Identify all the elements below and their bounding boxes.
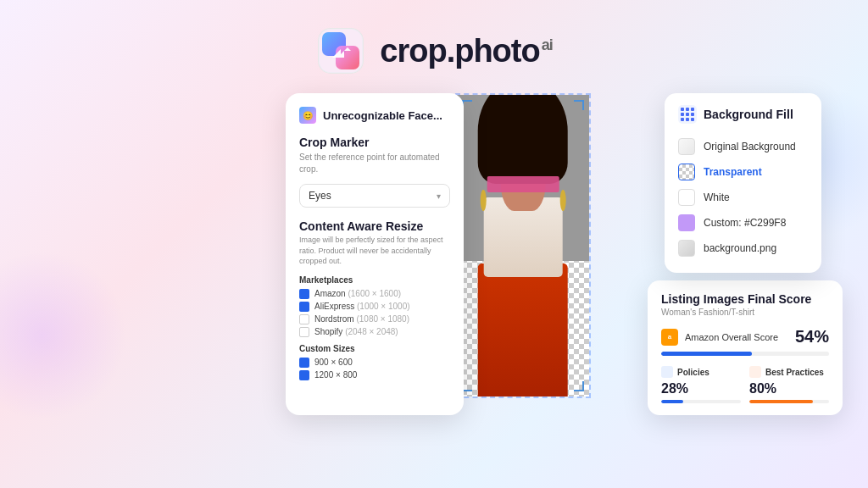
checkbox-shopify[interactable] xyxy=(299,327,309,337)
crop-marker-title: Crop Marker xyxy=(299,136,450,149)
swatch-white xyxy=(678,189,695,206)
list-item[interactable]: 1200 × 800 xyxy=(299,370,450,380)
marketplaces-label: Marketplaces xyxy=(299,275,450,285)
grid-icon xyxy=(678,105,697,124)
amazon-progress-fill xyxy=(661,352,752,356)
swatch-bgpng xyxy=(678,240,695,257)
dropdown-arrow-icon: ▾ xyxy=(437,191,441,201)
photo-container xyxy=(455,93,591,398)
swatch-original xyxy=(678,138,695,155)
amazon-score-row: a Amazon Overall Score 54% xyxy=(661,327,829,347)
policies-progress-fill xyxy=(661,400,683,403)
crop-corner-tr xyxy=(574,100,584,110)
policies-icon xyxy=(661,366,673,378)
policies-value: 28% xyxy=(661,381,741,396)
logo-icon xyxy=(315,25,366,76)
checkbox-nordstrom[interactable] xyxy=(299,314,309,324)
amazon-progress-bg xyxy=(661,352,829,356)
best-practices-progress-fill xyxy=(749,400,813,403)
list-item[interactable]: AliExpress (1000 × 1000) xyxy=(299,302,450,312)
best-practices-progress-bg xyxy=(749,400,829,403)
face-icon: 😊 xyxy=(299,107,316,124)
left-panel: 😊 Unrecognizable Face... Crop Marker Set… xyxy=(286,93,464,415)
crop-corner-br xyxy=(574,381,584,391)
score-subtitle: Woman's Fashion/T-shirt xyxy=(661,308,829,317)
policies-header: Policies xyxy=(661,366,741,378)
swatch-custom xyxy=(678,214,695,231)
list-item[interactable]: Nordstrom (1080 × 1080) xyxy=(299,314,450,324)
policies-label: Policies xyxy=(677,368,709,377)
option-bgpng[interactable]: background.png xyxy=(678,236,808,261)
option-white[interactable]: White xyxy=(678,185,808,210)
checkbox-amazon[interactable] xyxy=(299,289,309,299)
header: crop.photoai xyxy=(0,0,868,93)
swatch-transparent xyxy=(678,164,695,180)
crop-marker-dropdown[interactable]: Eyes ▾ xyxy=(299,184,450,208)
list-item[interactable]: 900 × 600 xyxy=(299,358,450,368)
content-aware-title: Content Aware Resize xyxy=(299,219,450,233)
policies-progress-bg xyxy=(661,400,741,403)
amazon-score-value: 54% xyxy=(795,327,829,347)
checkbox-aliexpress[interactable] xyxy=(299,302,309,312)
policies-score: Policies 28% xyxy=(661,366,741,403)
amazon-icon: a xyxy=(661,329,678,346)
list-item[interactable]: Shopify (2048 × 2048) xyxy=(299,327,450,337)
option-original[interactable]: Original Background xyxy=(678,134,808,159)
best-practices-value: 80% xyxy=(749,381,829,396)
center-photo xyxy=(455,93,591,398)
score-panel: Listing Images Final Score Woman's Fashi… xyxy=(648,280,843,415)
bg-fill-panel: Background Fill Original Background Tran… xyxy=(665,93,821,273)
main-content: 😊 Unrecognizable Face... Crop Marker Set… xyxy=(0,93,868,415)
panel-title: Unrecognizable Face... xyxy=(323,109,442,122)
woman-figure xyxy=(467,131,580,396)
best-practices-score: Best Practices 80% xyxy=(749,366,829,403)
option-custom[interactable]: Custom: #C299F8 xyxy=(678,210,808,236)
content-aware-desc: Image will be perfectly sized for the as… xyxy=(299,235,450,267)
sub-scores-grid: Policies 28% Best Practices 80% xyxy=(661,366,829,403)
checkbox-1200[interactable] xyxy=(299,370,309,380)
custom-sizes-label: Custom Sizes xyxy=(299,344,450,353)
amazon-score-label: Amazon Overall Score xyxy=(685,332,788,342)
panel-header: 😊 Unrecognizable Face... xyxy=(299,107,450,124)
score-title: Listing Images Final Score xyxy=(661,292,829,306)
list-item[interactable]: Amazon (1600 × 1600) xyxy=(299,289,450,299)
logo-text: crop.photoai xyxy=(380,33,552,69)
checkbox-900[interactable] xyxy=(299,358,309,368)
crop-marker-desc: Set the reference point for automated cr… xyxy=(299,152,450,175)
best-practices-icon xyxy=(749,366,761,378)
bg-fill-title: Background Fill xyxy=(704,108,793,121)
section-divider: Content Aware Resize Image will be perfe… xyxy=(299,219,450,267)
bg-fill-header: Background Fill xyxy=(678,105,808,124)
best-practices-header: Best Practices xyxy=(749,366,829,378)
option-transparent[interactable]: Transparent xyxy=(678,159,808,185)
best-practices-label: Best Practices xyxy=(765,368,824,377)
